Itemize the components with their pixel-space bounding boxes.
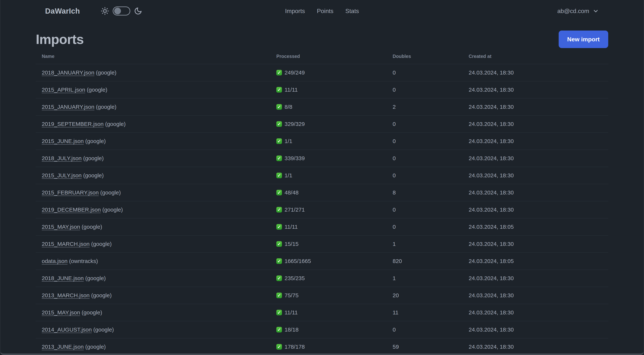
processed-count: 1/1: [284, 172, 292, 179]
doubles-cell: 0: [387, 64, 463, 81]
doubles-cell: 0: [387, 167, 463, 184]
name-cell: 2018_JANUARY.json (google): [36, 64, 270, 81]
name-cell: odata.json (owntracks): [36, 253, 270, 270]
processed-cell: 178/178: [270, 338, 387, 355]
check-icon: [276, 173, 282, 178]
doubles-count: 0: [392, 69, 396, 76]
processed-cell: 1/1: [270, 133, 387, 150]
main-nav: Imports Points Stats: [285, 0, 359, 22]
chevron-down-icon: [592, 8, 599, 14]
processed-cell: 11/11: [270, 81, 387, 98]
doubles-count: 1: [392, 275, 396, 281]
check-icon: [276, 138, 282, 144]
new-import-button[interactable]: New import: [559, 30, 608, 48]
import-file-link[interactable]: 2013_JUNE.json: [42, 344, 84, 350]
processed-count: 1665/1665: [284, 258, 311, 264]
processed-count: 48/48: [284, 189, 298, 196]
nav-link-stats[interactable]: Stats: [345, 8, 359, 14]
doubles-count: 2: [392, 104, 396, 110]
processed-count: 75/75: [284, 292, 298, 299]
created-at-value: 24.03.2024, 18:30: [469, 327, 514, 333]
name-cell: 2019_DECEMBER.json (google): [36, 201, 270, 218]
name-cell: 2013_JUNE.json (google): [36, 338, 270, 355]
import-source-label: (google): [100, 189, 121, 196]
import-file-link[interactable]: odata.json: [42, 258, 68, 264]
import-file-link[interactable]: 2014_AUGUST.json: [42, 327, 92, 333]
name-cell: 2015_APRIL.json (google): [36, 81, 270, 98]
import-file-link[interactable]: 2015_APRIL.json: [42, 87, 85, 93]
check-icon: [276, 156, 282, 161]
import-file-link[interactable]: 2015_FEBRUARY.json: [42, 189, 99, 196]
table-row: 2018_JULY.json (google) 339/339 0 24.03.…: [36, 150, 608, 167]
created-at-value: 24.03.2024, 18:30: [469, 87, 514, 93]
check-icon: [276, 293, 282, 298]
column-header-processed: Processed: [270, 48, 387, 64]
user-menu[interactable]: ab@cd.com: [557, 8, 599, 14]
import-file-link[interactable]: 2015_JUNE.json: [42, 138, 84, 144]
table-row: 2015_MAY.json (google) 11/11 11 24.03.20…: [36, 304, 608, 321]
created-at-cell: 24.03.2024, 18:30: [463, 270, 608, 287]
processed-count: 11/11: [284, 309, 298, 316]
check-icon: [276, 104, 282, 110]
imports-table-body: 2018_JANUARY.json (google) 249/249 0 24.…: [36, 64, 608, 355]
processed-cell: 271/271: [270, 201, 387, 218]
doubles-cell: 820: [387, 253, 463, 270]
doubles-count: 8: [392, 189, 396, 196]
table-row: 2015_JULY.json (google) 1/1 0 24.03.2024…: [36, 167, 608, 184]
doubles-count: 59: [392, 344, 399, 350]
import-source-label: (google): [91, 292, 112, 298]
import-file-link[interactable]: 2015_MARCH.json: [42, 241, 90, 247]
created-at-value: 24.03.2024, 18:05: [469, 224, 514, 230]
created-at-value: 24.03.2024, 18:30: [469, 172, 514, 178]
theme-toggle-switch[interactable]: [113, 6, 130, 15]
table-row: 2015_JANUARY.json (google) 8/8 2 24.03.2…: [36, 98, 608, 115]
import-file-link[interactable]: 2015_MAY.json: [42, 224, 80, 230]
theme-toggle-knob: [114, 8, 121, 14]
check-icon: [276, 190, 282, 195]
processed-count: 11/11: [284, 224, 298, 230]
import-file-link[interactable]: 2015_JULY.json: [42, 172, 82, 178]
created-at-cell: 24.03.2024, 18:30: [463, 201, 608, 218]
created-at-value: 24.03.2024, 18:30: [469, 292, 514, 298]
import-file-link[interactable]: 2018_JULY.json: [42, 155, 82, 161]
check-icon: [276, 224, 282, 230]
import-file-link[interactable]: 2013_MARCH.json: [42, 292, 90, 298]
import-source-label: (google): [91, 241, 112, 247]
processed-cell: 235/235: [270, 270, 387, 287]
created-at-cell: 24.03.2024, 18:30: [463, 64, 608, 81]
import-file-link[interactable]: 2018_JUNE.json: [42, 275, 84, 281]
doubles-cell: 1: [387, 235, 463, 253]
doubles-cell: 0: [387, 150, 463, 167]
processed-count: 11/11: [284, 87, 298, 93]
imports-page: Imports New import Name Processed Double…: [36, 30, 608, 355]
import-file-link[interactable]: 2015_JANUARY.json: [42, 104, 94, 110]
import-file-link[interactable]: 2015_MAY.json: [42, 309, 80, 316]
processed-cell: 249/249: [270, 64, 387, 81]
check-icon: [276, 121, 282, 127]
created-at-value: 24.03.2024, 18:30: [469, 344, 514, 350]
nav-link-imports[interactable]: Imports: [285, 8, 305, 14]
import-file-link[interactable]: 2018_JANUARY.json: [42, 69, 94, 76]
doubles-count: 11: [392, 309, 398, 316]
doubles-cell: 0: [387, 321, 463, 338]
created-at-value: 24.03.2024, 18:30: [469, 104, 514, 110]
doubles-cell: 2: [387, 98, 463, 115]
check-icon: [276, 241, 282, 247]
import-file-link[interactable]: 2019_DECEMBER.json: [42, 207, 101, 213]
created-at-value: 24.03.2024, 18:30: [469, 121, 514, 127]
created-at-value: 24.03.2024, 18:30: [469, 69, 514, 76]
processed-count: 271/271: [284, 207, 305, 213]
check-icon: [276, 327, 282, 333]
created-at-cell: 24.03.2024, 18:30: [463, 184, 608, 201]
doubles-count: 20: [392, 292, 399, 298]
created-at-cell: 24.03.2024, 18:05: [463, 218, 608, 235]
import-file-link[interactable]: 2019_SEPTEMBER.json: [42, 121, 104, 127]
import-source-label: (google): [96, 104, 116, 110]
table-row: 2015_JUNE.json (google) 1/1 0 24.03.2024…: [36, 133, 608, 150]
doubles-count: 0: [392, 327, 396, 333]
doubles-cell: 0: [387, 218, 463, 235]
check-icon: [276, 87, 282, 93]
app-logo[interactable]: DaWarIch: [45, 7, 80, 15]
created-at-value: 24.03.2024, 18:30: [469, 275, 514, 281]
nav-link-points[interactable]: Points: [317, 8, 333, 14]
